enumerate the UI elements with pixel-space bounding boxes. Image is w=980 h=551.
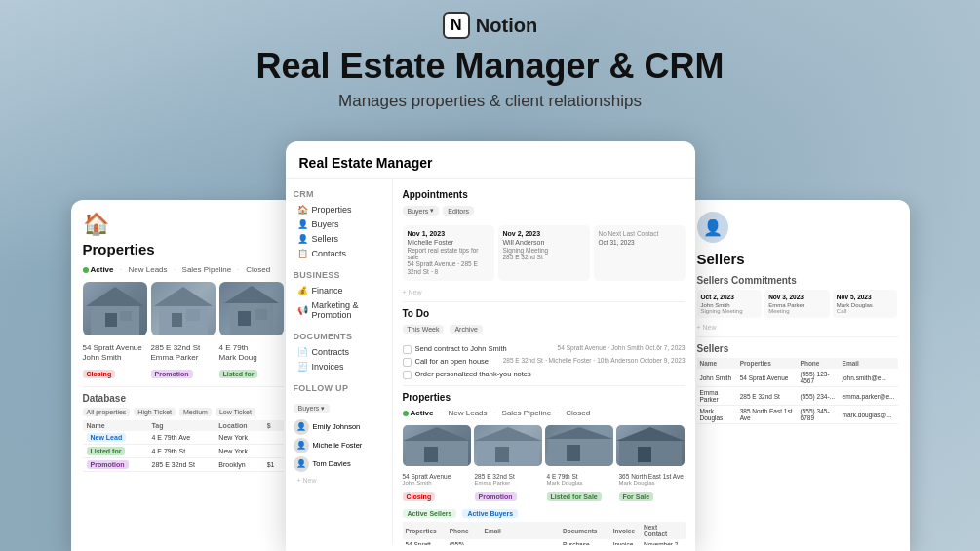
right-card-title: Sellers <box>697 251 898 267</box>
property-details: 54 Spratt Avenue John Smith Closing 285 … <box>83 343 284 380</box>
center-body: CRM 🏠 Properties 👤 Buyers 👤 Sellers <box>286 179 695 545</box>
props-section-title: Properties <box>403 392 686 403</box>
todo-item-2: Call for an open house 285 E 32nd St ⋅ M… <box>403 357 686 367</box>
documents-label: Documents <box>294 332 384 341</box>
tom-avatar: 👤 <box>294 456 309 472</box>
table-row: Listed for 4 E 79th St New York <box>83 445 284 458</box>
sidebar-item-finance[interactable]: 💰 Finance <box>294 284 384 297</box>
contracts-icon: 📄 <box>297 347 308 357</box>
svg-rect-2 <box>105 313 117 327</box>
table-row: Mark Douglas 385 North East 1st Ave (555… <box>697 406 898 424</box>
props-tab-active[interactable]: Active <box>403 409 434 417</box>
michelle-avatar: 👤 <box>294 438 309 453</box>
left-card-title: Properties <box>83 241 284 257</box>
appt-card-1: Nov 1, 2023 Michelle Foster Report real … <box>403 225 494 281</box>
property-image-1 <box>83 282 147 335</box>
right-add[interactable]: + New <box>697 324 898 331</box>
svg-rect-14 <box>424 447 438 462</box>
col-location: Location <box>215 420 262 431</box>
svg-rect-7 <box>186 309 200 321</box>
mini-prop-img-1 <box>403 425 471 466</box>
appt-card-3: No Next Last Contact Oct 31, 2023 <box>594 225 686 281</box>
contacts-icon: 📋 <box>297 249 308 258</box>
tab-new-leads[interactable]: New Leads <box>129 265 168 274</box>
props-tab-closed[interactable]: Closed <box>566 409 590 417</box>
todo-item-3: Order personalized thank-you notes <box>403 370 686 379</box>
header: N Notion Real Estate Manager & CRM Manag… <box>0 0 980 111</box>
properties-icon: 🏠 <box>297 205 308 215</box>
sh-col-5: Invoice <box>610 522 641 539</box>
documents-section: Documents 📄 Contracts 🧾 Invoices <box>294 332 384 374</box>
followup-add[interactable]: + New <box>294 475 384 486</box>
tab-active[interactable]: Active <box>83 265 114 274</box>
appt-card-2: Nov 2, 2023 Will Anderson Signing Meetin… <box>498 225 590 281</box>
todo-filters: This Week Archive <box>403 325 686 339</box>
tab-sales[interactable]: Sales Pipeline <box>182 265 232 274</box>
sh-col-6: Next Contact <box>641 522 686 539</box>
props-tab-new[interactable]: New Leads <box>449 409 488 417</box>
property-1-detail: 54 Spratt Avenue John Smith Closing <box>83 343 147 380</box>
sellers-table-title: Sellers <box>697 343 898 354</box>
sidebar-item-properties[interactable]: 🏠 Properties <box>294 203 384 216</box>
left-card: 🏠 Properties Active ⋅ New Leads ⋅ Sales … <box>71 200 295 551</box>
this-week-filter[interactable]: This Week <box>403 325 445 334</box>
table-row: Promotion 285 E 32nd St Brooklyn $1 <box>83 458 284 472</box>
sidebar-item-contracts[interactable]: 📄 Contracts <box>294 345 384 359</box>
svg-rect-3 <box>120 311 132 321</box>
archive-filter[interactable]: Archive <box>450 325 482 334</box>
mini-prop-detail-4: 365 North East 1st Ave Mark Douglas For … <box>619 472 687 503</box>
svg-marker-19 <box>545 427 613 439</box>
mini-prop-labels: 54 Spratt Avenue John Smith Closing 285 … <box>403 472 686 503</box>
appt-add[interactable]: + New <box>403 289 686 295</box>
sidebar-item-sellers[interactable]: 👤 Sellers <box>294 232 384 246</box>
rc-col-1: Name <box>697 358 737 369</box>
followup-section: Follow up Buyers ▾ 👤 Emily Johnson 👤 Mic… <box>294 383 384 486</box>
cards-area: 🏠 Properties Active ⋅ New Leads ⋅ Sales … <box>0 137 980 551</box>
main-title: Real Estate Manager & CRM <box>0 47 980 86</box>
sh-col-1: Properties <box>403 522 447 539</box>
props-tabs: Active ⋅ New Leads ⋅ Sales Pipeline ⋅ Cl… <box>403 409 686 417</box>
right-card: 👤 Sellers Sellers Commitments Oct 2, 202… <box>686 200 910 551</box>
appointments-title: Appointments <box>403 189 686 200</box>
todo-checkbox-1[interactable] <box>403 345 412 354</box>
followup-emily: 👤 Emily Johnson <box>294 419 384 435</box>
notion-icon: N <box>443 12 470 39</box>
props-tab-sales[interactable]: Sales Pipeline <box>502 409 552 417</box>
rc-col-3: Phone <box>798 358 840 369</box>
buyers-view-badge[interactable]: Buyers ▾ <box>403 206 440 216</box>
sh-col-3: Email <box>482 522 561 539</box>
property-images <box>83 282 284 335</box>
sidebar-item-invoices[interactable]: 🧾 Invoices <box>294 360 384 374</box>
buyers-filter[interactable]: Buyers ▾ <box>294 404 331 413</box>
business-label: Business <box>294 270 384 280</box>
right-appt-3: Nov 5, 2023 Mark Douglas Call <box>833 290 898 318</box>
table-row: New Lead 4 E 79th Ave New York <box>83 431 284 445</box>
editors-badge[interactable]: Editors <box>443 206 474 216</box>
db-table: Name Tag Location $ New Lead 4 E 79th Av… <box>83 420 284 472</box>
todo-checkbox-3[interactable] <box>403 371 412 379</box>
sellers-icon: 👤 <box>297 234 308 244</box>
followup-tom: 👤 Tom Davies <box>294 456 384 472</box>
sidebar-item-buyers[interactable]: 👤 Buyers <box>294 217 384 231</box>
right-appt-grid: Oct 2, 2023 John Smith Signing Meeting N… <box>697 290 898 318</box>
followup-michelle: 👤 Michelle Foster <box>294 438 384 453</box>
sidebar-item-marketing[interactable]: 📢 Marketing & Promotion <box>294 298 384 322</box>
emily-avatar: 👤 <box>294 419 309 435</box>
tab-closed[interactable]: Closed <box>246 265 270 274</box>
crm-label: CRM <box>294 189 384 199</box>
business-section: Business 💰 Finance 📢 Marketing & Promoti… <box>294 270 384 322</box>
svg-rect-4 <box>159 303 208 335</box>
todo-title: To Do <box>403 308 686 319</box>
todo-checkbox-2[interactable] <box>403 358 412 367</box>
commitments-title: Sellers Commitments <box>697 275 898 286</box>
todo-item-1: Send contract to John Smith 54 Spratt Av… <box>403 344 686 354</box>
tag-closing: Closing <box>83 370 116 378</box>
center-header: Real Estate Manager <box>286 141 695 179</box>
followup-label: Follow up <box>294 383 384 393</box>
table-row: Emma Parker 285 E 32nd St (555) 234-... … <box>697 387 898 406</box>
sidebar-item-contacts[interactable]: 📋 Contacts <box>294 247 384 260</box>
svg-marker-5 <box>154 287 213 306</box>
mini-prop-img-3 <box>545 425 613 466</box>
notion-label: Notion <box>476 15 537 37</box>
svg-rect-20 <box>567 445 580 461</box>
